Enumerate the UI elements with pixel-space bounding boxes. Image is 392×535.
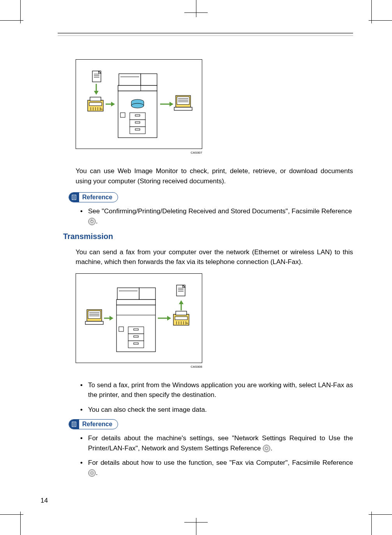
crop-mark xyxy=(0,514,23,515)
svg-rect-8 xyxy=(89,103,102,106)
reference-badge: Reference xyxy=(69,192,118,202)
reference-badge: Reference xyxy=(69,419,118,429)
svg-text:%: % xyxy=(186,322,189,324)
figure-diagram-1: % xyxy=(76,59,202,149)
svg-rect-51 xyxy=(88,311,101,319)
crop-mark xyxy=(196,0,196,17)
section-heading-transmission: Transmission xyxy=(63,231,353,243)
bullet-marker: • xyxy=(80,206,88,226)
bullet-marker: • xyxy=(80,433,88,453)
crop-mark xyxy=(371,0,372,23)
crop-mark xyxy=(20,512,21,535)
svg-rect-74 xyxy=(176,311,187,315)
reference-label: Reference xyxy=(82,193,112,202)
svg-rect-42 xyxy=(174,107,192,110)
bullet-text: See "Confirming/Printing/Deleting Receiv… xyxy=(88,206,353,226)
figure-caption-2: CAS008 xyxy=(76,365,202,369)
bullet-text: For details about the machine's settings… xyxy=(88,433,353,453)
svg-rect-34 xyxy=(120,113,125,117)
bullet-text: For details about how to use the functio… xyxy=(88,458,353,478)
svg-rect-70 xyxy=(119,327,124,331)
svg-text:%: % xyxy=(101,108,103,110)
bullet-text: To send a fax, print from the Windows ap… xyxy=(88,380,353,400)
reference-bullet-1: • See "Confirming/Printing/Deleting Rece… xyxy=(80,206,353,226)
page-number: 14 xyxy=(41,496,48,506)
crop-mark xyxy=(371,512,372,535)
bullet-text: You can also check the sent image data. xyxy=(88,405,353,415)
svg-rect-38 xyxy=(177,97,189,105)
svg-rect-60 xyxy=(139,288,155,299)
svg-rect-19 xyxy=(141,74,157,85)
svg-point-25 xyxy=(131,103,144,108)
svg-marker-16 xyxy=(111,102,115,106)
svg-rect-7 xyxy=(90,97,101,101)
svg-rect-21 xyxy=(119,74,141,85)
header-rule xyxy=(58,33,353,36)
svg-point-95 xyxy=(91,472,93,474)
reference-bullet: • For details about how to use the funct… xyxy=(80,458,353,478)
svg-marker-5 xyxy=(94,91,99,95)
body-paragraph-2: You can send a fax from your computer ov… xyxy=(76,247,353,267)
figure-diagram-2: % xyxy=(76,273,202,363)
reference-icon xyxy=(69,192,79,202)
crop-mark xyxy=(0,20,23,21)
disc-icon: ☺ xyxy=(88,218,96,225)
bullet-marker: • xyxy=(80,458,88,478)
body-paragraph-1: You can use Web Image Monitor to check, … xyxy=(76,166,353,186)
reference-icon xyxy=(69,419,79,429)
svg-rect-55 xyxy=(85,321,103,324)
disc-icon xyxy=(88,469,96,477)
bullet-item: • You can also check the sent image data… xyxy=(80,405,353,415)
bullet-item: • To send a fax, print from the Windows … xyxy=(80,380,353,400)
crop-mark xyxy=(369,514,392,515)
bullet-marker: • xyxy=(80,405,88,415)
svg-marker-72 xyxy=(167,316,171,321)
svg-marker-36 xyxy=(170,102,173,106)
disc-icon xyxy=(263,445,270,452)
bullet-marker: • xyxy=(80,380,88,400)
svg-marker-57 xyxy=(109,316,113,321)
crop-mark xyxy=(369,20,392,21)
svg-rect-61 xyxy=(117,288,139,299)
svg-rect-75 xyxy=(175,317,187,320)
crop-mark xyxy=(20,0,21,23)
svg-rect-59 xyxy=(117,299,155,305)
crop-mark xyxy=(196,518,196,535)
reference-bullet: • For details about the machine's settin… xyxy=(80,433,353,453)
reference-label: Reference xyxy=(82,420,112,429)
svg-rect-20 xyxy=(118,85,141,91)
svg-point-93 xyxy=(265,447,268,450)
figure-caption-1: CAS007 xyxy=(76,151,202,155)
svg-marker-83 xyxy=(179,300,184,304)
svg-text:☺: ☺ xyxy=(90,219,92,221)
